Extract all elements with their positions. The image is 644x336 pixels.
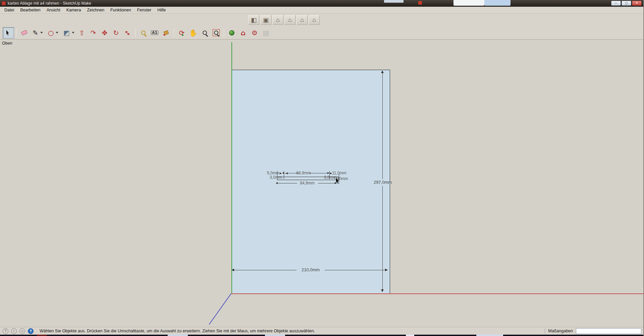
front-view-button[interactable]: ⌂ — [272, 15, 283, 25]
slot-left-dimension-label[interactable]: 5,0mm — [267, 171, 279, 175]
top-view-icon: ▣ — [263, 16, 269, 24]
menu-datei[interactable]: Datei — [1, 7, 17, 13]
toolbar-separator — [224, 29, 224, 37]
menu-hilfe[interactable]: Hilfe — [154, 7, 169, 13]
eraser-tool-icon — [21, 30, 28, 36]
line-tool-dropdown[interactable] — [40, 32, 43, 34]
slot-height-left-label[interactable]: 3,0mm — [270, 175, 282, 180]
taskbar-item[interactable] — [476, 335, 503, 336]
warehouse-3d-tool-icon: ⌂ — [241, 30, 246, 36]
maximize-button[interactable]: ▢ — [622, 1, 631, 6]
windows-taskbar — [0, 335, 643, 336]
minimize-button[interactable]: — — [611, 1, 621, 6]
measurements-input[interactable] — [576, 328, 641, 334]
green-axis — [231, 42, 232, 294]
credits-icon[interactable]: i — [11, 328, 17, 334]
warehouse-3d-tool-button[interactable]: ⌂ — [237, 27, 249, 39]
dimension-arrow — [231, 269, 234, 271]
scale-tool-button[interactable]: ↔ — [122, 27, 133, 39]
back-view-button[interactable]: ⌂ — [297, 15, 308, 25]
dimension-line — [309, 173, 329, 173]
status-bar: ?i☺? Wählen Sie Objekte aus. Drücken Sie… — [0, 327, 643, 335]
slot-top-dimension-label[interactable]: 68,9mm — [296, 171, 311, 175]
red-axis — [231, 293, 643, 294]
arc-tool-button[interactable]: ○ — [45, 27, 61, 39]
menu-fenster[interactable]: Fenster — [134, 7, 154, 13]
left-view-button[interactable]: ⌂ — [309, 15, 320, 25]
menu-funktionen[interactable]: Funktionen — [107, 7, 134, 13]
taskbar-item[interactable] — [265, 335, 285, 336]
extension-warehouse-tool-icon: ⚙ — [252, 30, 258, 36]
tape-measure-tool-icon — [141, 31, 146, 35]
dimension-arrow — [282, 172, 284, 174]
slot-right-dimension-label[interactable]: 11,0mm — [332, 171, 346, 175]
slot-bottom-dimension-label[interactable]: 84,9mm — [300, 181, 314, 185]
top-view-button[interactable]: ▣ — [260, 15, 271, 25]
attribution-icon[interactable]: ? — [3, 328, 8, 334]
select-tool-button[interactable] — [3, 27, 14, 39]
close-button[interactable]: ✕ — [632, 1, 642, 6]
view-name-label: Oben — [2, 41, 12, 46]
follow-me-tool-icon: ↷ — [91, 30, 96, 36]
add-location-tool-button[interactable] — [226, 27, 237, 39]
taskbar-item[interactable] — [168, 335, 188, 336]
menu-zeichnen[interactable]: Zeichnen — [84, 7, 107, 13]
taskbar-item[interactable] — [406, 335, 414, 336]
scale-tool-icon: ↔ — [123, 29, 132, 37]
dimension-line — [232, 270, 297, 270]
menu-kamera[interactable]: Kamera — [63, 7, 84, 13]
menu-ansicht[interactable]: Ansicht — [44, 7, 63, 13]
pan-tool-icon: ✋ — [189, 30, 198, 36]
dimension-arrow — [280, 172, 282, 174]
add-location-tool-icon — [229, 30, 234, 36]
background-window-artifact — [418, 1, 422, 5]
line-tool-icon: ✎ — [33, 30, 38, 36]
toolbar-separator — [135, 29, 136, 37]
orbit-tool-icon: ⟳ — [179, 30, 185, 36]
move-tool-button[interactable]: ✥ — [99, 27, 110, 39]
drawing-viewport[interactable]: Oben 297,0mm 210,0mm 5,0mm 68,9mm 11,0m — [0, 40, 643, 327]
iso-view-icon: ◧ — [251, 16, 257, 24]
zoom-extents-tool-button[interactable] — [210, 27, 222, 39]
blue-axis — [209, 293, 231, 325]
measurements-label: Maßangaben — [548, 329, 573, 333]
line-tool-button[interactable]: ✎ — [30, 27, 45, 39]
dimension-arrow — [276, 182, 278, 184]
measurements-box: Maßangaben — [545, 328, 641, 334]
orbit-tool-button[interactable]: ⟳ — [176, 27, 187, 39]
user-icon[interactable]: ☺ — [19, 328, 25, 334]
background-window-artifact — [484, 0, 511, 6]
zoom-tool-icon — [203, 31, 207, 35]
dimension-arrow — [381, 70, 384, 73]
text-tool-button[interactable]: A1 — [149, 27, 160, 39]
right-view-button[interactable]: ⌂ — [284, 15, 296, 25]
rotate-tool-button[interactable]: ↻ — [110, 27, 122, 39]
send-to-layout-tool-button[interactable]: ▤ — [260, 27, 272, 39]
dimension-arrow — [286, 172, 288, 174]
paint-bucket-tool-button[interactable] — [160, 27, 172, 39]
help-icon[interactable]: ? — [28, 328, 34, 334]
eraser-tool-button[interactable] — [18, 27, 30, 39]
width-dimension-label[interactable]: 210,0mm — [302, 267, 320, 272]
back-view-icon: ⌂ — [300, 16, 304, 23]
push-pull-tool-button[interactable]: ⇧ — [76, 27, 88, 39]
status-icons: ?i☺? — [3, 328, 34, 334]
height-dimension-label[interactable]: 297,0mm — [374, 180, 392, 185]
follow-me-tool-button[interactable]: ↷ — [88, 27, 99, 39]
rectangle-tool-dropdown[interactable] — [72, 32, 74, 34]
taskbar-item[interactable] — [37, 335, 47, 336]
tape-measure-tool-button[interactable] — [138, 27, 149, 39]
status-separator — [545, 329, 545, 333]
dimension-line — [382, 72, 383, 179]
menu-bearbeiten[interactable]: Bearbeiten — [17, 7, 43, 13]
extension-warehouse-tool-button[interactable]: ⚙ — [249, 27, 260, 39]
window-controls: — ▢ ✕ — [611, 1, 642, 6]
slot-offset-label[interactable]: 10,0mm — [333, 176, 348, 181]
dimension-arrow — [385, 269, 388, 271]
iso-view-button[interactable]: ◧ — [248, 15, 259, 25]
zoom-tool-button[interactable] — [199, 27, 210, 39]
pan-tool-button[interactable]: ✋ — [187, 27, 199, 39]
rectangle-tool-button[interactable]: ◩ — [61, 27, 76, 39]
arc-tool-dropdown[interactable] — [56, 32, 58, 34]
push-pull-tool-icon: ⇧ — [79, 30, 85, 36]
